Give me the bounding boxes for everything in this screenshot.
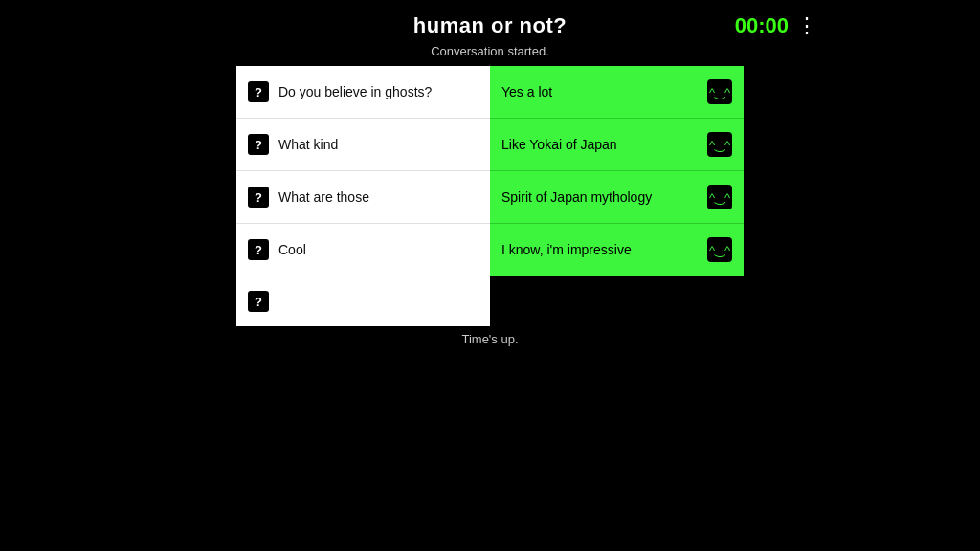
right-message-2: Like Yokai of Japan: [501, 137, 700, 152]
left-bubble-4: ? Cool: [236, 224, 490, 276]
left-bubble-2: ? What kind: [236, 119, 490, 171]
right-bubble-3: Spirit of Japan mythology ^‿^: [490, 171, 744, 224]
avatar-icon-2: ^‿^: [707, 132, 732, 157]
left-bubble-3: ? What are those: [236, 171, 490, 224]
avatar-icon-4: ^‿^: [707, 237, 732, 262]
right-bubble-4: I know, i'm impressive ^‿^: [490, 224, 744, 276]
chat-row-1: ? Do you believe in ghosts? Yes a lot ^‿…: [236, 66, 744, 119]
question-icon-1: ?: [248, 81, 269, 102]
right-bubble-2: Like Yokai of Japan ^‿^: [490, 119, 744, 171]
avatar-icon-3: ^‿^: [707, 185, 732, 209]
right-message-4: I know, i'm impressive: [501, 242, 700, 257]
chat-row-3: ? What are those Spirit of Japan mytholo…: [236, 171, 744, 224]
left-message-1: Do you believe in ghosts?: [278, 84, 432, 99]
right-message-3: Spirit of Japan mythology: [501, 189, 700, 205]
avatar-icon-1: ^‿^: [707, 79, 732, 104]
right-message-1: Yes a lot: [501, 84, 700, 99]
question-icon-5: ?: [248, 291, 269, 312]
question-icon-3: ?: [248, 187, 269, 208]
right-empty-5: [490, 276, 744, 326]
app-title: human or not?: [413, 13, 567, 38]
left-bubble-1: ? Do you believe in ghosts?: [236, 66, 490, 119]
chat-row-4: ? Cool I know, i'm impressive ^‿^: [236, 224, 744, 276]
conversation-status-bottom: Time's up.: [461, 332, 518, 346]
conversation-status-top: Conversation started.: [431, 44, 549, 58]
app-header: human or not? 00:00 ⋮: [0, 0, 980, 44]
menu-icon[interactable]: ⋮: [796, 13, 817, 38]
question-icon-4: ?: [248, 239, 269, 260]
left-message-2: What kind: [278, 137, 338, 152]
left-message-4: Cool: [278, 242, 306, 257]
question-icon-2: ?: [248, 134, 269, 155]
chat-row-5: ?: [236, 276, 744, 326]
left-bubble-5: ?: [236, 276, 490, 326]
chat-container: ? Do you believe in ghosts? Yes a lot ^‿…: [236, 66, 744, 326]
left-message-3: What are those: [278, 189, 369, 205]
chat-row-2: ? What kind Like Yokai of Japan ^‿^: [236, 119, 744, 171]
right-bubble-1: Yes a lot ^‿^: [490, 66, 744, 119]
timer-display: 00:00: [735, 13, 789, 38]
